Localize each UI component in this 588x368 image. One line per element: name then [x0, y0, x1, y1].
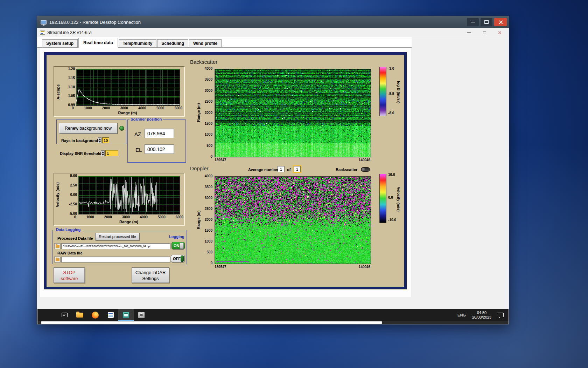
rdp-window-title: 192.168.0.122 - Remote Desktop Connectio… — [49, 20, 141, 25]
file-explorer-button[interactable] — [72, 309, 88, 321]
streamline-app-button[interactable] — [118, 309, 134, 321]
backscatter-y-axis-label: Range (m) — [196, 69, 201, 157]
tick-label: 3500 — [205, 77, 212, 82]
app-minimize-button[interactable] — [464, 29, 474, 36]
rdp-window-controls — [467, 18, 507, 26]
raw-path-field[interactable] — [61, 257, 170, 263]
processed-path-browse[interactable] — [54, 243, 61, 249]
restart-processed-file-button[interactable]: Restart processed file — [95, 233, 140, 240]
scanner-position-group: Scanner position AZ 078.984 EL 000.102 — [127, 120, 186, 163]
rays-spinner[interactable] — [98, 137, 102, 143]
velocity-plot — [78, 176, 180, 214]
tick-label: 2000 — [205, 111, 212, 115]
tick-label: 0.00 — [70, 193, 77, 197]
snr-spinner[interactable] — [101, 150, 105, 156]
average-total-field[interactable]: 1 — [294, 166, 301, 172]
renew-background-button[interactable]: Renew background now — [59, 123, 118, 134]
tab-scheduling[interactable]: Scheduling — [157, 39, 188, 47]
ascope-y-ticks: 1.201.151.101.050.99 — [62, 67, 75, 107]
tab-wind-profile[interactable]: Wind profile — [189, 39, 222, 47]
tick-label: 3000 — [205, 89, 212, 93]
task-view-button[interactable] — [57, 309, 72, 321]
ascope-y-axis-label: A-scope — [56, 78, 60, 106]
blue-document-icon — [108, 312, 114, 318]
spinner-down-icon — [99, 141, 101, 143]
doppler-x-end: 140046 — [359, 265, 370, 269]
tick-label: 1000 — [84, 106, 92, 110]
logging-label: Logging — [168, 234, 185, 239]
tab-system-setup[interactable]: System setup — [42, 39, 78, 47]
rdp-horizontal-scrollbar[interactable] — [37, 321, 509, 324]
average-number-field[interactable]: 1 — [278, 166, 285, 172]
clock-time: 04:50 — [472, 311, 491, 315]
app-window-title: StreamLine XR v14-6.vi — [47, 30, 92, 35]
close-button[interactable] — [494, 18, 507, 26]
backscatter-x-start: 139547 — [215, 158, 226, 162]
average-number-label: Average number — [248, 168, 278, 172]
az-label: AZ — [134, 131, 141, 137]
streamline-app-icon — [123, 312, 129, 318]
display-snr-threshold-field[interactable]: 1 — [105, 150, 118, 156]
rays-in-background-field[interactable]: 10 — [102, 137, 109, 143]
app-restore-button[interactable] — [479, 29, 489, 36]
change-button-line2: Settings — [142, 275, 159, 281]
document-app-button[interactable] — [103, 309, 118, 321]
minimize-button[interactable] — [467, 18, 479, 26]
tick-label: 1.20 — [68, 67, 75, 71]
background-control-group: Renew background now Rays in background … — [56, 120, 126, 144]
rays-in-background-label: Rays in background — [61, 138, 98, 143]
stop-button-line1: STOP — [63, 270, 75, 275]
action-center-icon[interactable] — [498, 313, 504, 317]
change-lidar-settings-button[interactable]: Change LiDAR Settings — [132, 267, 169, 283]
display-snr-threshold-label: Display SNR threshold — [60, 151, 102, 156]
tick-label: 2000 — [104, 215, 112, 219]
processed-path-field[interactable]: C:\LiDAR\Data\Proc\2023\202308\20230820\… — [61, 243, 170, 249]
backscatter-display-switch[interactable] — [361, 167, 370, 172]
rdp-computer-icon — [41, 20, 47, 25]
tick-label: 0 — [72, 106, 74, 110]
tick-label: 3000 — [122, 215, 130, 219]
firefox-icon — [92, 312, 99, 319]
raw-logging-toggle[interactable]: OFF — [171, 255, 185, 263]
doppler-cb-tick-min: -10.0 — [388, 218, 396, 222]
spinner-up-icon — [99, 138, 101, 140]
folder-icon — [56, 258, 59, 261]
vi-icon — [40, 30, 45, 35]
folder-icon — [56, 245, 59, 248]
tick-label: 2500 — [205, 100, 212, 104]
stop-software-button[interactable]: STOP software — [54, 267, 85, 283]
capture-tool-button[interactable] — [134, 309, 149, 321]
tab-temp-humidity[interactable]: Temp/humidity — [119, 39, 156, 47]
app-close-button[interactable] — [495, 29, 505, 36]
tick-label: 500 — [206, 250, 212, 254]
tab-real-time-data[interactable]: Real time data — [78, 38, 118, 48]
tick-label: 1000 — [205, 132, 212, 137]
minimize-icon — [471, 22, 475, 22]
doppler-x-start: 139547 — [215, 265, 226, 269]
taskbar-tray: ENG 04:50 20/08/2023 — [457, 311, 504, 320]
raw-data-file-label: RAW Data file — [57, 251, 83, 255]
data-logging-title: Data Logging — [55, 227, 82, 232]
az-value-field[interactable]: 078.984 — [145, 129, 174, 138]
spinner-up-icon — [102, 151, 104, 153]
backscatter-cb-tick-min: -8.0 — [388, 111, 394, 115]
file-explorer-icon — [76, 313, 83, 318]
tick-label: 2.50 — [70, 183, 77, 188]
el-value-field[interactable]: 000.102 — [145, 144, 174, 154]
language-indicator[interactable]: ENG — [457, 313, 466, 317]
rdp-titlebar[interactable]: 192.168.0.122 - Remote Desktop Connectio… — [37, 16, 509, 28]
firefox-button[interactable] — [88, 309, 103, 321]
velocity-y-ticks: 5.002.500.00-2.50-5.00 — [63, 174, 77, 216]
panel-frame: A-scope 1.201.151.101.050.99 01000200030… — [44, 52, 407, 289]
raw-path-browse[interactable] — [54, 257, 61, 263]
backscatter-y-ticks: 40003500300025002000150010005000 — [201, 67, 212, 159]
maximize-button[interactable] — [481, 18, 492, 26]
change-button-line1: Change LiDAR — [135, 270, 166, 275]
clock[interactable]: 04:50 20/08/2023 — [472, 311, 491, 320]
tick-label: 1.15 — [68, 76, 75, 80]
scrollbar-thumb[interactable] — [41, 321, 382, 324]
processed-logging-toggle[interactable]: ON — [172, 242, 185, 250]
tick-label: 3500 — [205, 185, 212, 189]
app-titlebar[interactable]: StreamLine XR v14-6.vi — [37, 28, 509, 37]
minimize-icon — [467, 32, 471, 33]
